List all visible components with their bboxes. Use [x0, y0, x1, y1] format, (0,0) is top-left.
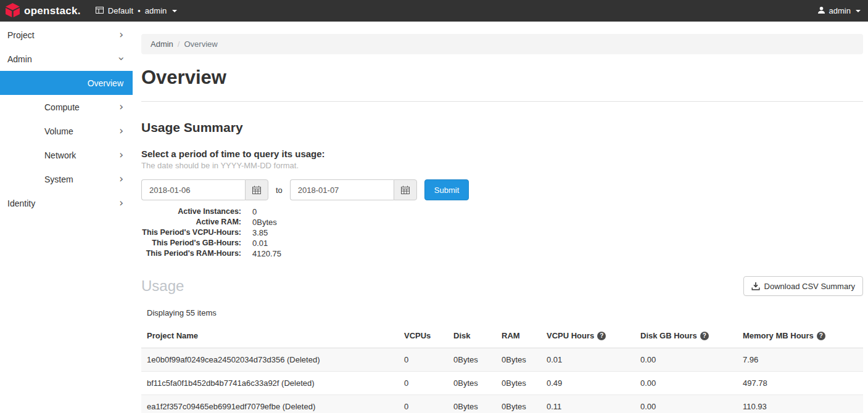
cell-disk: 0Bytes: [448, 348, 496, 372]
chevron-down-icon: ›: [116, 57, 126, 61]
help-icon[interactable]: ?: [700, 332, 709, 340]
caret-down-icon: [856, 10, 861, 12]
stat-value: 0.01: [241, 238, 268, 248]
cell-ram: 0Bytes: [496, 348, 541, 372]
sidebar-item-label: Identity: [7, 198, 35, 208]
chevron-right-icon: ›: [119, 126, 123, 136]
cell-vcpus: 0: [399, 348, 448, 372]
cell-vcpu-hours: 0.01: [541, 348, 635, 372]
stat-value: 4120.75: [241, 248, 281, 259]
start-date-input[interactable]: [141, 179, 245, 200]
cell-disk-gb-hours: 0.00: [635, 395, 737, 413]
stat-row: This Period's VCPU-Hours: 3.85: [141, 227, 863, 238]
sidebar: Project › Admin › Overview Compute › Vol…: [0, 22, 133, 413]
stat-row: This Period's RAM-Hours: 4120.75: [141, 248, 863, 259]
user-icon: [817, 6, 825, 16]
cell-disk: 0Bytes: [448, 372, 496, 395]
context-switcher[interactable]: Default ● admin: [96, 6, 177, 16]
end-date-calendar-button[interactable]: [394, 179, 417, 200]
items-count: Displaying 55 items: [147, 308, 863, 317]
column-disk[interactable]: Disk: [448, 324, 496, 348]
table-row: bf11c5fa0f1b452db4b7741a6c33a92f (Delete…: [141, 372, 863, 395]
column-memory-mb-hours[interactable]: Memory MB Hours?: [737, 324, 863, 348]
help-icon[interactable]: ?: [597, 332, 606, 340]
stat-value: 0: [241, 206, 257, 217]
breadcrumb-current: Overview: [184, 39, 217, 49]
sidebar-item-project[interactable]: Project ›: [0, 23, 133, 47]
brand-home-link[interactable]: openstack.: [5, 2, 81, 20]
caret-down-icon: [172, 10, 177, 12]
chevron-right-icon: ›: [119, 102, 123, 112]
table-header-row: Project Name VCPUs Disk RAM VCPU Hours? …: [141, 324, 863, 348]
sidebar-item-identity[interactable]: Identity ›: [0, 191, 133, 215]
project-label: admin: [145, 6, 167, 15]
breadcrumb-separator: /: [178, 39, 180, 49]
user-menu[interactable]: admin: [817, 6, 861, 16]
cell-project-name: 1e0b0f99af0249cea24502034d73d356 (Delete…: [141, 348, 399, 372]
table-row: ea1f2f357c09465eb6991edf7079efbe (Delete…: [141, 395, 863, 413]
sidebar-item-label: Compute: [44, 102, 80, 112]
cell-vcpu-hours: 0.49: [541, 372, 635, 395]
date-format-hint: The date should be in YYYY-MM-DD format.: [141, 161, 863, 170]
chevron-right-icon: ›: [119, 198, 123, 208]
start-date-calendar-button[interactable]: [245, 179, 268, 200]
cell-memory-mb-hours: 497.78: [737, 372, 863, 395]
column-ram[interactable]: RAM: [496, 324, 541, 348]
stat-value: 0Bytes: [241, 217, 277, 227]
sidebar-item-label: Network: [44, 150, 76, 160]
usage-stats: Active Instances: 0 Active RAM: 0Bytes T…: [141, 206, 863, 259]
sidebar-item-label: Admin: [7, 54, 32, 64]
stat-label: Active Instances:: [141, 206, 241, 217]
stat-row: Active Instances: 0: [141, 206, 863, 217]
to-label: to: [276, 186, 283, 195]
end-date-input[interactable]: [290, 179, 394, 200]
chevron-right-icon: ›: [119, 174, 123, 184]
stat-label: This Period's VCPU-Hours:: [141, 227, 241, 238]
cell-ram: 0Bytes: [496, 372, 541, 395]
cell-disk-gb-hours: 0.00: [635, 348, 737, 372]
sidebar-item-system[interactable]: System ›: [0, 167, 133, 191]
chevron-right-icon: ›: [119, 30, 123, 40]
stat-label: Active RAM:: [141, 217, 241, 227]
breadcrumb: Admin / Overview: [141, 34, 863, 54]
download-csv-button[interactable]: Download CSV Summary: [743, 276, 863, 296]
column-disk-gb-hours[interactable]: Disk GB Hours?: [635, 324, 737, 348]
stat-value: 3.85: [241, 227, 268, 238]
sidebar-item-network[interactable]: Network ›: [0, 143, 133, 167]
sidebar-item-label: Project: [7, 30, 35, 40]
column-vcpus[interactable]: VCPUs: [399, 324, 448, 348]
stat-row: Active RAM: 0Bytes: [141, 217, 863, 227]
sidebar-item-admin[interactable]: Admin ›: [0, 47, 133, 71]
start-date-group: [141, 179, 268, 200]
cell-disk-gb-hours: 0.00: [635, 372, 737, 395]
column-vcpu-hours[interactable]: VCPU Hours?: [541, 324, 635, 348]
period-prompt: Select a period of time to query its usa…: [141, 149, 863, 159]
sidebar-item-label: System: [44, 174, 73, 184]
help-icon[interactable]: ?: [817, 332, 825, 340]
column-project-name[interactable]: Project Name: [141, 324, 399, 348]
sidebar-item-compute[interactable]: Compute ›: [0, 95, 133, 119]
divider: [141, 101, 863, 102]
usage-period-form: to Submit: [141, 179, 863, 200]
breadcrumb-admin-link[interactable]: Admin: [151, 39, 173, 49]
cell-memory-mb-hours: 110.93: [737, 395, 863, 413]
main-content: Admin / Overview Overview Usage Summary …: [133, 22, 868, 413]
table-row: 1e0b0f99af0249cea24502034d73d356 (Delete…: [141, 348, 863, 372]
sidebar-item-overview[interactable]: Overview: [0, 71, 133, 95]
usage-table: Project Name VCPUs Disk RAM VCPU Hours? …: [141, 324, 863, 413]
cell-vcpu-hours: 0.11: [541, 395, 635, 413]
cell-vcpus: 0: [399, 395, 448, 413]
cell-project-name: ea1f2f357c09465eb6991edf7079efbe (Delete…: [141, 395, 399, 413]
submit-button[interactable]: Submit: [424, 179, 469, 200]
cell-disk: 0Bytes: [448, 395, 496, 413]
sidebar-item-volume[interactable]: Volume ›: [0, 119, 133, 143]
end-date-group: [290, 179, 417, 200]
page-title: Overview: [141, 67, 863, 89]
cell-ram: 0Bytes: [496, 395, 541, 413]
calendar-icon: [252, 186, 261, 194]
cell-memory-mb-hours: 7.96: [737, 348, 863, 372]
usage-table-header: Usage Download CSV Summary: [141, 276, 863, 296]
download-icon: [751, 282, 760, 290]
user-label: admin: [829, 6, 851, 15]
cell-vcpus: 0: [399, 372, 448, 395]
